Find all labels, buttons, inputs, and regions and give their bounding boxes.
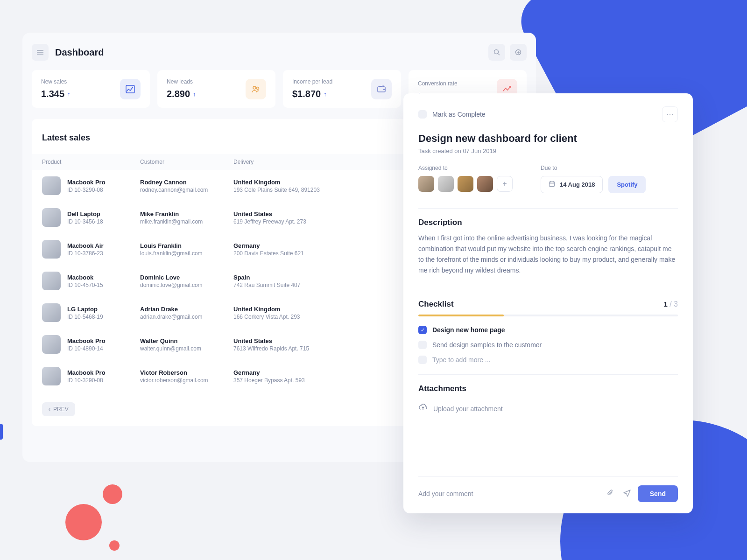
- stat-label: New sales: [41, 78, 70, 85]
- delivery-country: Germany: [233, 369, 350, 376]
- send-button[interactable]: Send: [638, 485, 678, 502]
- submit-icon-button[interactable]: [621, 489, 633, 498]
- delivery-address: 7613 Wilfredo Rapids Apt. 715: [233, 345, 350, 352]
- add-assignee-button[interactable]: +: [497, 176, 513, 192]
- svg-point-0: [494, 50, 499, 54]
- product-thumbnail: [42, 303, 61, 322]
- arrow-up-icon: ↑: [324, 91, 327, 98]
- delivery-address: 619 Jeffrey Freeway Apt. 273: [233, 218, 350, 225]
- checklist-done: 1: [663, 300, 667, 308]
- avatar[interactable]: [438, 176, 454, 192]
- checklist-item[interactable]: Send design samples to the customer: [418, 341, 678, 349]
- customer-name: Adrian Drake: [140, 306, 233, 313]
- delivery-country: Spain: [233, 274, 350, 281]
- product-name: Macbook Pro: [67, 179, 106, 186]
- more-button[interactable]: ⋯: [662, 106, 678, 122]
- task-title: Design new dashboard for client: [418, 133, 678, 145]
- users-icon: [246, 79, 266, 99]
- avatar[interactable]: [477, 176, 493, 192]
- menu-button[interactable]: [32, 44, 49, 61]
- customer-email: louis.franklin@gmail.com: [140, 250, 233, 257]
- project-tag[interactable]: Spotify: [608, 176, 646, 193]
- svg-point-4: [257, 87, 259, 89]
- stat-value: 1.345 ↑: [41, 89, 70, 99]
- delivery-country: United States: [233, 210, 350, 217]
- arrow-up-icon: ↑: [67, 91, 70, 98]
- customer-email: adrian.drake@gmail.com: [140, 314, 233, 320]
- send-icon: [623, 489, 631, 497]
- description-text: When I first got into the online adverti…: [418, 233, 678, 276]
- assignee-list: +: [418, 176, 513, 192]
- product-thumbnail: [42, 367, 61, 385]
- product-thumbnail: [42, 272, 61, 290]
- stat-label: Income per lead: [292, 78, 332, 85]
- prev-button[interactable]: ‹ PREV: [42, 402, 75, 416]
- checklist-item[interactable]: ✓ Design new home page: [418, 326, 678, 334]
- checklist-add-checkbox[interactable]: [418, 356, 427, 364]
- product-name: Macbook Pro: [67, 369, 106, 376]
- attach-button[interactable]: [604, 489, 616, 498]
- checklist-total: / 3: [668, 300, 678, 308]
- avatar[interactable]: [418, 176, 434, 192]
- mark-complete-checkbox[interactable]: [418, 110, 427, 119]
- col-delivery: Delivery: [233, 159, 350, 165]
- product-name: Macbook: [67, 274, 103, 281]
- product-id: ID 10-3456-18: [67, 218, 103, 225]
- customer-name: Walter Quinn: [140, 337, 233, 344]
- comment-input[interactable]: Add your comment: [418, 490, 599, 497]
- customer-email: rodney.cannon@gmail.com: [140, 187, 233, 193]
- customer-name: Dominic Love: [140, 274, 233, 281]
- product-id: ID 10-4890-14: [67, 345, 106, 352]
- product-id: ID 10-5468-19: [67, 314, 103, 320]
- product-name: Macbook Air: [67, 242, 104, 249]
- hamburger-icon: [37, 50, 43, 55]
- upload-attachment-button[interactable]: Upload your attachment: [418, 404, 678, 413]
- checklist-text: Send design samples to the customer: [432, 341, 542, 349]
- search-icon: [493, 49, 500, 56]
- delivery-country: United Kingdom: [233, 179, 350, 186]
- mark-complete-label: Mark as Complete: [432, 111, 486, 118]
- due-date-value: 14 Aug 2018: [560, 181, 595, 188]
- svg-rect-2: [126, 85, 134, 93]
- checklist-checkbox[interactable]: [418, 341, 427, 349]
- ellipsis-icon: ⋯: [666, 110, 674, 119]
- delivery-country: Germany: [233, 242, 350, 249]
- checklist-checkbox[interactable]: ✓: [418, 326, 427, 334]
- delivery-address: 742 Rau Summit Suite 407: [233, 282, 350, 288]
- col-product: Product: [42, 159, 140, 165]
- search-button[interactable]: [488, 44, 505, 61]
- product-id: ID 10-3290-08: [67, 187, 106, 193]
- wallet-icon: [371, 79, 392, 99]
- product-id: ID 10-3290-08: [67, 377, 106, 384]
- svg-rect-6: [550, 182, 555, 187]
- page-title: Dashboard: [55, 47, 104, 58]
- stat-label: New leads: [167, 78, 196, 85]
- product-id: ID 10-3786-23: [67, 250, 104, 257]
- description-heading: Description: [418, 218, 678, 227]
- avatar[interactable]: [458, 176, 473, 192]
- task-detail-panel: Mark as Complete ⋯ Design new dashboard …: [403, 93, 693, 513]
- send-label: Send: [650, 490, 666, 497]
- due-label: Due to: [541, 165, 646, 171]
- stat-value: 2.890 ↑: [167, 89, 196, 99]
- due-date-picker[interactable]: 14 Aug 2018: [541, 176, 603, 193]
- customer-email: mike.franklin@gmail.com: [140, 218, 233, 225]
- task-meta: Task created on 07 Jun 2019: [418, 147, 678, 154]
- customer-email: walter.quinn@gmail.com: [140, 345, 233, 352]
- chevron-left-icon: ‹: [49, 406, 50, 413]
- attachments-heading: Attachments: [418, 384, 678, 393]
- checklist-add-input[interactable]: Type to add more ...: [432, 356, 491, 364]
- stat-card[interactable]: New sales 1.345 ↑: [32, 70, 150, 108]
- stat-card[interactable]: Income per lead $1.870 ↑: [283, 70, 401, 108]
- product-id: ID 10-4570-15: [67, 282, 103, 288]
- stat-label: Conversion rate: [418, 80, 458, 87]
- calendar-icon: [549, 181, 555, 189]
- product-name: Dell Laptop: [67, 210, 103, 217]
- add-button[interactable]: [510, 44, 527, 61]
- stat-card[interactable]: New leads 2.890 ↑: [157, 70, 275, 108]
- product-thumbnail: [42, 240, 61, 259]
- customer-name: Victor Roberson: [140, 369, 233, 376]
- customer-name: Mike Franklin: [140, 210, 233, 217]
- chart-icon: [120, 79, 141, 99]
- product-name: LG Laptop: [67, 306, 103, 313]
